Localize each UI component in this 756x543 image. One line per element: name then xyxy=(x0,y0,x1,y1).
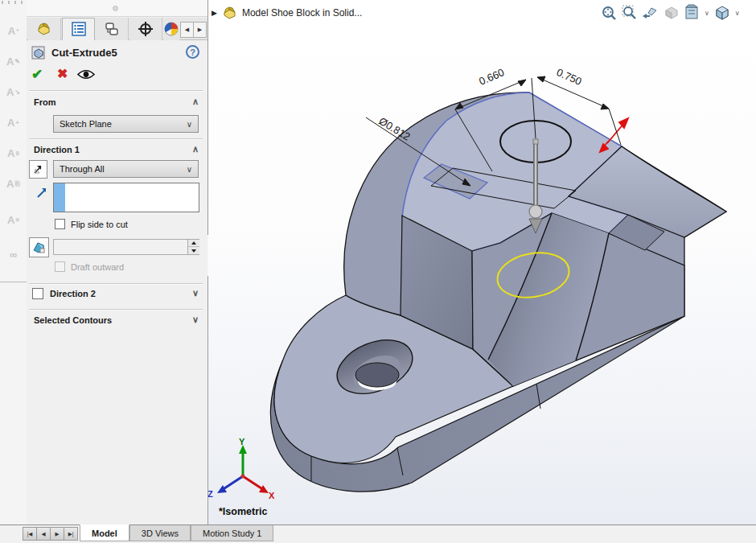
orientation-triad: Y X Z xyxy=(208,437,275,500)
frame-annotation-icon[interactable]: A⌗ xyxy=(2,209,24,231)
cut-extrude-feature-icon xyxy=(31,45,47,60)
selected-contours-section-header[interactable]: Selected Contours xyxy=(34,315,112,325)
cancel-x-icon[interactable]: ✖ xyxy=(57,66,68,81)
zoom-to-fit-icon[interactable] xyxy=(600,4,618,22)
view-settings-icon[interactable] xyxy=(684,4,701,22)
chevron-down-icon[interactable]: ∨ xyxy=(192,315,199,325)
stepper-up-button[interactable] xyxy=(188,240,199,247)
section-separator xyxy=(29,309,203,310)
model-3d-view[interactable]: 0.660 0.750 Ø0.812 Y X Z xyxy=(208,0,756,524)
propertymanager-icon xyxy=(72,22,86,36)
triad-y-label: Y xyxy=(239,437,245,446)
tab-model[interactable]: Model xyxy=(80,524,129,541)
flyout-expand-icon[interactable]: ▶ xyxy=(212,9,217,17)
view-orientation-label: *Isometric xyxy=(219,506,267,517)
direction2-checkbox[interactable] xyxy=(32,288,43,299)
draft-angle-field[interactable] xyxy=(53,239,199,255)
chevron-up-icon[interactable]: ∧ xyxy=(192,97,199,107)
draft-icon xyxy=(31,240,47,255)
start-condition-value: Sketch Plane xyxy=(60,119,112,129)
dimxpert-icon xyxy=(138,21,154,37)
preview-eye-icon[interactable] xyxy=(77,68,95,80)
direction2-section-header[interactable]: Direction 2 xyxy=(50,289,96,298)
next-tab-button[interactable]: ▶ xyxy=(50,527,64,541)
section-view-icon[interactable] xyxy=(663,4,680,22)
section-separator xyxy=(29,283,203,284)
new-annotation-icon[interactable]: A* xyxy=(2,20,24,42)
last-tab-button[interactable]: ▶| xyxy=(64,527,78,541)
tab-nav-buttons: |◀ ◀ ▶ ▶| xyxy=(23,527,77,541)
chevron-down-icon: ∨ xyxy=(187,120,192,129)
chevron-down-icon: ∨ xyxy=(187,165,192,174)
part-icon xyxy=(223,6,236,19)
last-icon: ▶| xyxy=(68,531,74,537)
tab-model-label: Model xyxy=(92,529,117,538)
end-condition-value: Through All xyxy=(60,164,105,174)
tab-scroll-left-icon: ◀ xyxy=(185,27,189,33)
direction-arrow-icon xyxy=(35,186,49,200)
zoom-to-area-icon[interactable] xyxy=(621,4,639,22)
tab-scroll-right-icon: ▶ xyxy=(198,27,202,33)
ok-check-icon[interactable]: ✔ xyxy=(31,66,43,83)
document-tabs: Model 3D Views Motion Study 1 xyxy=(80,525,273,541)
toolbar-separator xyxy=(0,282,27,282)
stepper-down-button[interactable] xyxy=(188,247,199,254)
chevron-up-icon[interactable]: ∧ xyxy=(192,144,199,154)
tab-dimxpertmanager[interactable] xyxy=(129,18,162,40)
draft-angle-stepper xyxy=(187,240,199,254)
dimension-0750[interactable]: 0.750 xyxy=(555,66,584,88)
from-section-header[interactable]: From xyxy=(34,97,56,107)
solidworks-window: A* A✎ A↘ A+ A8 A⎘ A⌗ ∞ xyxy=(0,0,756,543)
section-separator xyxy=(29,90,203,91)
help-icon[interactable]: ? xyxy=(186,45,199,59)
document-title[interactable]: Model Shoe Block in Solid... xyxy=(242,7,362,19)
triad-z-label: Z xyxy=(208,489,213,499)
section-separator xyxy=(29,138,203,139)
copy-annotation-icon[interactable]: A⎘ xyxy=(2,173,24,195)
link-annotation-icon[interactable]: ∞ xyxy=(2,244,24,265)
tab-displaymanager[interactable] xyxy=(163,18,179,40)
move-annotation-icon[interactable]: A↘ xyxy=(2,81,24,103)
next-icon: ▶ xyxy=(55,531,60,537)
chevron-down-icon[interactable]: ∨ xyxy=(705,10,709,17)
tab-motion-study[interactable]: Motion Study 1 xyxy=(191,525,273,541)
flip-side-checkbox[interactable] xyxy=(55,219,65,229)
previous-view-icon[interactable] xyxy=(642,4,659,22)
direction1-section-header[interactable]: Direction 1 xyxy=(34,145,80,154)
display-style-icon[interactable] xyxy=(713,3,732,23)
edit-annotation-icon[interactable]: A✎ xyxy=(2,51,24,72)
tab-motion-study-label: Motion Study 1 xyxy=(203,529,261,538)
selection-highlight-bar xyxy=(54,183,65,212)
configurations-icon xyxy=(105,22,119,36)
tab-propertymanager[interactable] xyxy=(62,18,95,40)
panel-splitter-grip[interactable] xyxy=(113,6,118,11)
dimension-0812[interactable]: Ø0.812 xyxy=(376,115,412,143)
displaymanager-icon xyxy=(164,22,179,36)
end-condition-dropdown[interactable]: Through All ∨ xyxy=(53,160,199,178)
prev-icon: ◀ xyxy=(42,531,46,537)
feature-title: Cut-Extrude5 xyxy=(51,47,117,59)
reverse-direction-button[interactable] xyxy=(29,160,47,179)
first-icon: |◀ xyxy=(27,531,33,537)
tab-3d-views[interactable]: 3D Views xyxy=(129,525,191,541)
first-tab-button[interactable]: |◀ xyxy=(23,527,37,541)
start-condition-dropdown[interactable]: Sketch Plane ∨ xyxy=(53,115,199,133)
triad-x-label: X xyxy=(269,491,275,500)
prev-tab-button[interactable]: ◀ xyxy=(36,527,51,541)
tab-featuremanager[interactable] xyxy=(28,18,61,40)
tab-configurationmanager[interactable] xyxy=(96,18,129,40)
draft-outward-checkbox[interactable] xyxy=(55,261,65,272)
dimension-0660[interactable]: 0.660 xyxy=(477,66,506,88)
chevron-down-icon[interactable]: ∨ xyxy=(735,10,740,17)
draft-button[interactable] xyxy=(29,237,49,257)
part-icon xyxy=(36,22,52,36)
tab-scroll-right-button[interactable]: ▶ xyxy=(193,22,207,38)
annotation-options-icon[interactable]: A8 xyxy=(2,142,24,164)
triangle-down-icon xyxy=(191,249,196,253)
direction-reference-selection-box[interactable] xyxy=(53,183,199,212)
chevron-down-icon[interactable]: ∨ xyxy=(192,288,199,298)
tab-scroll-left-button[interactable]: ◀ xyxy=(180,22,194,38)
feature-tree-flyout[interactable]: ▶ Model Shoe Block in Solid... xyxy=(212,5,362,21)
add-annotation-icon[interactable]: A+ xyxy=(2,112,24,134)
annotation-toolbar: A* A✎ A↘ A+ A8 A⎘ A⌗ ∞ xyxy=(0,0,27,524)
